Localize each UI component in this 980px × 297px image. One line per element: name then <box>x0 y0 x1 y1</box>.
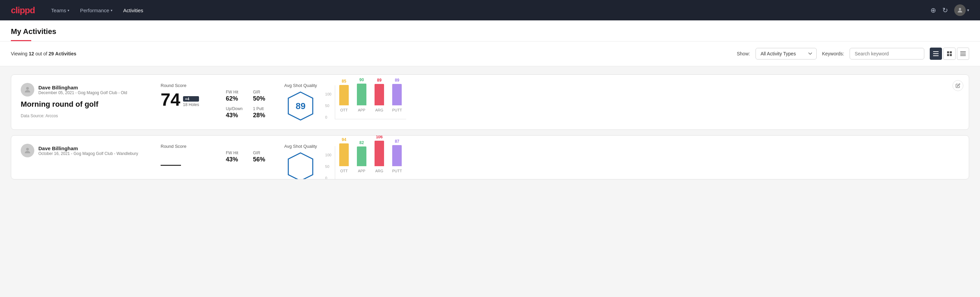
bar-putt: 89 PUTT <box>392 78 402 112</box>
search-input[interactable] <box>850 48 924 59</box>
card2-user-name: Dave Billingham <box>38 145 138 151</box>
svg-rect-5 <box>950 51 952 53</box>
svg-rect-2 <box>933 53 939 54</box>
svg-rect-1 <box>933 51 939 52</box>
card2-round-score-section: Round Score <box>161 144 215 166</box>
svg-rect-3 <box>933 55 939 56</box>
user-date: December 05, 2021 - Gog Magog Golf Club … <box>38 90 127 95</box>
holes-text: 18 Holes <box>183 102 199 107</box>
list-icon <box>933 51 939 56</box>
nav-bar: clippd Teams ▾ Performance ▾ Activities … <box>0 0 980 21</box>
grid-icon <box>947 51 952 56</box>
round-score-section: Round Score 74 +4 18 Holes <box>161 83 215 109</box>
avatar <box>954 5 966 16</box>
logo[interactable]: clippd <box>11 5 35 16</box>
activity-card-1: Dave Billingham December 05, 2021 - Gog … <box>11 74 969 130</box>
avg-shot-score: 89 <box>296 101 305 112</box>
card2-stats-section: FW Hit 43% GIR 56% <box>226 144 274 163</box>
activity-card-2: Dave Billingham October 16, 2021 - Gog M… <box>11 135 969 179</box>
card2-user-row: Dave Billingham October 16, 2021 - Gog M… <box>21 144 150 157</box>
card2-fw-hit: FW Hit 43% <box>226 150 246 163</box>
svg-point-14 <box>26 148 29 150</box>
svg-point-0 <box>959 8 961 10</box>
edit-button-1[interactable] <box>953 80 963 91</box>
refresh-icon[interactable]: ↻ <box>942 6 948 14</box>
add-icon[interactable]: ⊕ <box>931 6 936 14</box>
title-underline <box>11 40 31 41</box>
keywords-label: Keywords: <box>822 51 844 56</box>
card2-gir: GIR 56% <box>253 150 274 163</box>
svg-marker-15 <box>288 153 313 179</box>
oneputt-stat: 1 Putt 28% <box>253 106 274 119</box>
user-row: Dave Billingham December 05, 2021 - Gog … <box>21 83 150 96</box>
compact-icon <box>960 51 966 56</box>
svg-rect-10 <box>960 54 966 55</box>
activities-list: Dave Billingham December 05, 2021 - Gog … <box>0 66 980 188</box>
updown-stat: Up/Down 43% <box>226 106 246 119</box>
card2-bar-chart: 100 50 0 94 OTT 82 APP <box>325 146 406 180</box>
score-badge: +4 <box>183 96 199 102</box>
activity-type-select[interactable]: All Activity Types <box>756 48 817 59</box>
bar-app: 90 APP <box>357 77 366 112</box>
nav-teams[interactable]: Teams ▾ <box>51 6 69 14</box>
user-avatar <box>21 83 34 96</box>
nav-right-actions: ⊕ ↻ ▾ <box>931 5 969 16</box>
avg-shot-hexagon: 89 <box>287 91 314 121</box>
round-score-label: Round Score <box>161 83 215 88</box>
card2-left-section: Dave Billingham October 16, 2021 - Gog M… <box>21 144 150 161</box>
viewing-count-text: Viewing 12 out of 29 Activities <box>11 51 732 56</box>
round-score-value: 74 <box>161 91 180 109</box>
bar-arg: 89 ARG <box>375 78 384 112</box>
compact-view-button[interactable] <box>957 48 969 60</box>
svg-rect-8 <box>960 51 966 52</box>
card2-bar-arg: 106 ARG <box>375 135 384 173</box>
avg-shot-label: Avg Shot Quality <box>284 83 317 88</box>
data-source: Data Source: Arccos <box>21 113 150 118</box>
avg-shot-section: Avg Shot Quality 89 100 50 0 85 <box>284 83 959 121</box>
svg-rect-11 <box>960 55 966 56</box>
fw-hit-stat: FW Hit 62% <box>226 90 246 102</box>
card2-avg-shot-hexagon <box>287 152 314 179</box>
card2-user-avatar <box>21 144 34 157</box>
card-left-section: Dave Billingham December 05, 2021 - Gog … <box>21 83 150 118</box>
nav-performance[interactable]: Performance ▾ <box>80 6 112 14</box>
pencil-icon <box>956 83 960 88</box>
card2-avg-shot-label: Avg Shot Quality <box>284 144 317 149</box>
stats-section: FW Hit 62% GIR 50% Up/Down 43% 1 Putt 28… <box>226 83 274 119</box>
card2-round-score-label: Round Score <box>161 144 215 149</box>
svg-rect-7 <box>950 54 952 56</box>
bar-ott: 85 OTT <box>339 79 349 112</box>
card2-bar-ott: 94 OTT <box>339 137 349 173</box>
page-header: My Activities <box>0 21 980 42</box>
card2-user-date: October 16, 2021 - Gog Magog Golf Club -… <box>38 151 138 156</box>
user-chevron-icon: ▾ <box>967 8 969 13</box>
show-label: Show: <box>737 51 750 56</box>
card2-avg-shot-section: Avg Shot Quality 100 50 0 94 <box>284 144 959 179</box>
grid-view-button[interactable] <box>943 48 956 60</box>
chart-y-axis: 100 50 0 <box>325 92 334 119</box>
svg-point-12 <box>26 87 29 90</box>
bar-chart: 100 50 0 85 OTT 90 APP <box>325 85 406 119</box>
filter-bar: Viewing 12 out of 29 Activities Show: Al… <box>0 42 980 66</box>
user-menu[interactable]: ▾ <box>954 5 969 16</box>
view-toggle <box>930 48 969 60</box>
svg-rect-4 <box>947 51 949 53</box>
nav-activities[interactable]: Activities <box>123 6 143 14</box>
teams-chevron-icon: ▾ <box>68 8 69 12</box>
performance-chevron-icon: ▾ <box>111 8 112 12</box>
gir-stat: GIR 50% <box>253 90 274 102</box>
card2-bar-putt: 87 PUTT <box>392 139 402 173</box>
card2-bar-app: 82 APP <box>357 141 366 173</box>
page-title: My Activities <box>11 27 969 36</box>
list-view-button[interactable] <box>930 48 942 60</box>
svg-rect-9 <box>960 53 966 53</box>
user-name: Dave Billingham <box>38 85 127 90</box>
svg-rect-6 <box>947 54 949 56</box>
activity-title: Morning round of golf <box>21 100 150 109</box>
